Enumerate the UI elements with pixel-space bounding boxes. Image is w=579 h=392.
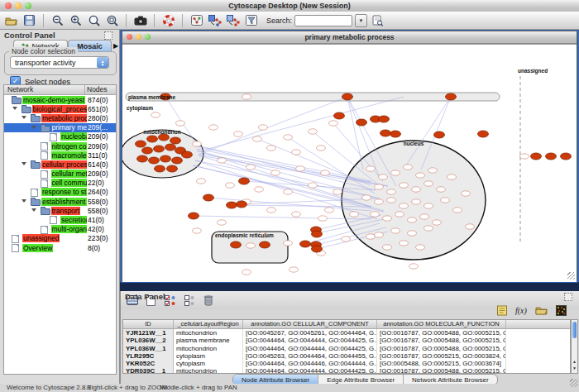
graph-node-selected[interactable]	[149, 157, 160, 164]
graph-node-selected[interactable]	[154, 146, 165, 152]
graph-node[interactable]	[267, 146, 276, 151]
attribute-table-header[interactable]: ID_cellularLayoutRegionannotation.GO CEL…	[123, 320, 570, 329]
graph-node-selected[interactable]	[260, 241, 270, 248]
zoom-in-button[interactable]	[68, 13, 84, 28]
table-row[interactable]: YPL036W__2plasma membrane[GO:0044464, GO…	[123, 337, 570, 344]
graph-node[interactable]	[242, 94, 251, 99]
tree-row[interactable]: macromolecule311(0)	[4, 151, 116, 160]
table-column-header[interactable]: ID	[123, 320, 174, 328]
network-tree-header[interactable]: Network Nodes	[4, 85, 116, 95]
graph-node[interactable]	[466, 224, 475, 229]
graph-node[interactable]	[447, 174, 457, 179]
tree-column-network[interactable]: Network	[7, 85, 33, 93]
tree-row[interactable]: transport558(0)	[4, 206, 116, 215]
search-input[interactable]	[294, 15, 352, 26]
graph-node-selected[interactable]	[334, 112, 345, 119]
scroll-down-button[interactable]: ▼	[572, 365, 577, 371]
graph-node-selected[interactable]	[478, 131, 489, 137]
graph-node-selected[interactable]	[312, 231, 323, 237]
graph-node[interactable]	[416, 173, 425, 178]
graph-node[interactable]	[362, 195, 371, 200]
graph-node[interactable]	[391, 228, 400, 233]
graph-node[interactable]	[259, 125, 268, 130]
graph-node-selected[interactable]	[356, 119, 367, 126]
expand-arrow-icon[interactable]	[22, 162, 26, 165]
graph-node-selected[interactable]	[227, 202, 237, 208]
tree-row[interactable]: unassigned223(0)	[4, 234, 116, 243]
graph-node[interactable]	[387, 198, 396, 203]
scrollbar-thumb[interactable]	[572, 322, 577, 338]
tree-row[interactable]: establishment of lo558(0)	[4, 197, 116, 206]
graph-node-selected[interactable]	[237, 201, 247, 208]
table-row[interactable]: YLR295Ccytoplasm[GO:0045263, GO:0044464,…	[123, 352, 570, 360]
graph-node[interactable]	[317, 146, 326, 151]
graph-node-selected[interactable]	[189, 213, 199, 219]
graph-node[interactable]	[424, 181, 433, 186]
graph-node[interactable]	[333, 189, 342, 194]
tree-row[interactable]: cellular metabol209(0)	[4, 170, 116, 179]
graph-node[interactable]	[197, 179, 206, 184]
graph-node[interactable]	[409, 264, 419, 269]
graph-node[interactable]	[321, 170, 330, 175]
tab-overflow-arrow[interactable]: ▶	[113, 42, 118, 50]
graph-node[interactable]	[309, 183, 318, 188]
filter-button[interactable]	[243, 13, 259, 28]
graph-node[interactable]	[242, 270, 251, 275]
graph-node[interactable]	[375, 199, 384, 204]
tree-row[interactable]: secretion41(0)	[4, 215, 116, 224]
tree-row[interactable]: primary metabo209(...	[4, 123, 116, 132]
graph-node[interactable]	[292, 212, 301, 217]
graph-node-selected[interactable]	[136, 141, 146, 147]
expand-arrow-icon[interactable]	[31, 126, 36, 129]
graph-node[interactable]	[234, 131, 243, 136]
tree-row[interactable]: metabolic process280(0)	[4, 113, 116, 122]
table-column-header[interactable]: annotation.GO CELLULAR_COMPONENT	[243, 320, 377, 328]
graph-node[interactable]	[416, 245, 425, 250]
graph-node-selected[interactable]	[434, 131, 445, 138]
graph-node[interactable]	[379, 174, 388, 179]
graph-node[interactable]	[271, 170, 280, 175]
graph-node-selected[interactable]	[446, 93, 457, 100]
vizmapper-button[interactable]	[207, 13, 223, 28]
float-panel-icon[interactable]	[104, 31, 112, 40]
graph-node[interactable]	[420, 214, 429, 219]
annotation-button[interactable]	[189, 13, 204, 28]
graph-node-selected[interactable]	[312, 246, 323, 252]
table-row[interactable]: YJR121W__1mitochondrion[GO:0045267, GO:0…	[123, 329, 570, 337]
graph-node[interactable]	[193, 141, 202, 146]
graph-node[interactable]	[428, 168, 438, 173]
graph-node[interactable]	[366, 234, 376, 239]
graph-node-selected[interactable]	[137, 155, 148, 162]
graph-node-selected[interactable]	[546, 153, 557, 160]
network-graph[interactable]: plasma membranecytoplasmmitochondrionnuc…	[122, 45, 577, 282]
table-row[interactable]: YKR052Ccytoplasm[GO:0044464, GO:0044446,…	[123, 360, 570, 367]
graph-node[interactable]	[226, 183, 235, 188]
formula-builder-button[interactable]: f(x)	[514, 303, 529, 318]
graph-node-selected[interactable]	[147, 136, 158, 142]
graph-node[interactable]	[366, 166, 376, 171]
graph-node-selected[interactable]	[167, 165, 178, 172]
graph-node[interactable]	[350, 212, 359, 217]
graph-node[interactable]	[371, 212, 380, 217]
graph-node[interactable]	[400, 241, 409, 246]
graph-node[interactable]	[424, 203, 433, 208]
snapshot-button[interactable]	[132, 13, 148, 28]
graph-node[interactable]	[404, 165, 413, 170]
graph-node[interactable]	[387, 189, 396, 194]
graph-node[interactable]	[284, 189, 293, 194]
graph-node[interactable]	[246, 165, 256, 170]
graph-node-selected[interactable]	[182, 151, 193, 158]
graph-node[interactable]	[296, 166, 305, 171]
attribute-list-button[interactable]	[494, 303, 510, 318]
graph-node[interactable]	[218, 220, 227, 225]
tree-column-nodes[interactable]: Nodes	[87, 85, 108, 93]
graph-node[interactable]	[408, 218, 417, 222]
network-canvas[interactable]: plasma membranecytoplasmmitochondrionnuc…	[122, 44, 577, 282]
table-row[interactable]: YPL036W__1mitochondrion[GO:0044464, GO:0…	[123, 345, 570, 352]
network-window-resize-grip[interactable]	[567, 272, 575, 280]
open-session-button[interactable]	[3, 13, 19, 28]
graph-node[interactable]	[433, 220, 442, 225]
expand-arrow-icon[interactable]	[22, 199, 26, 203]
graph-node[interactable]	[329, 121, 338, 126]
graph-node-selected[interactable]	[165, 144, 176, 151]
